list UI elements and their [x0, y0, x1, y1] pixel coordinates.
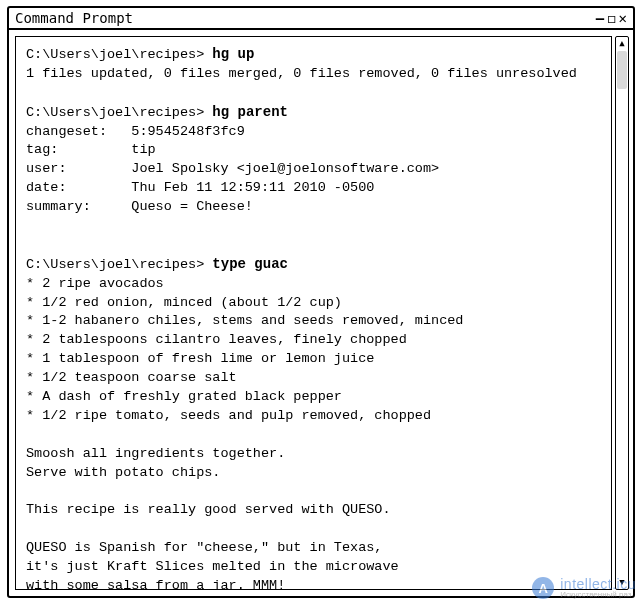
output-line: * 2 tablespoons cilantro leaves, finely …	[26, 331, 601, 350]
close-button[interactable]: ✕	[619, 10, 627, 26]
command-text: type guac	[212, 256, 288, 272]
output-line: Smoosh all ingredients together.	[26, 445, 601, 464]
window-title: Command Prompt	[15, 10, 596, 26]
output-line: * 1/2 ripe tomato, seeds and pulp remove…	[26, 407, 601, 426]
output-line	[26, 426, 601, 445]
scroll-up-icon[interactable]: ▲	[619, 39, 624, 48]
watermark-badge-icon: A	[532, 577, 554, 599]
command-text: hg up	[212, 46, 254, 62]
output-line: * 2 ripe avocados	[26, 275, 601, 294]
blank-line	[26, 84, 601, 103]
output-line: with some salsa from a jar. MMM!	[26, 577, 601, 590]
terminal-output[interactable]: C:\Users\joel\recipes> hg up1 files upda…	[15, 36, 612, 590]
output-line: changeset: 5:9545248f3fc9	[26, 123, 601, 142]
output-line: * 1-2 habanero chiles, stems and seeds r…	[26, 312, 601, 331]
output-line: user: Joel Spolsky <joel@joelonsoftware.…	[26, 160, 601, 179]
output-line: * 1/2 teaspoon coarse salt	[26, 369, 601, 388]
watermark-main: intellect.icu	[560, 577, 636, 591]
prompt-path: C:\Users\joel\recipes>	[26, 257, 212, 272]
watermark-sub: Искусственный раз	[560, 591, 636, 599]
minimize-button[interactable]: —	[596, 10, 604, 26]
output-line: Serve with potato chips.	[26, 464, 601, 483]
prompt-path: C:\Users\joel\recipes>	[26, 105, 212, 120]
command-text: hg parent	[212, 104, 288, 120]
scrollbar-thumb[interactable]	[617, 51, 627, 89]
prompt-line: C:\Users\joel\recipes> hg up	[26, 45, 601, 65]
output-line: * 1/2 red onion, minced (about 1/2 cup)	[26, 294, 601, 313]
window-controls: — ◻ ✕	[596, 10, 627, 26]
command-prompt-window: Command Prompt — ◻ ✕ C:\Users\joel\recip…	[7, 6, 635, 598]
prompt-line: C:\Users\joel\recipes> type guac	[26, 255, 601, 275]
output-line: This recipe is really good served with Q…	[26, 501, 601, 520]
prompt-line: C:\Users\joel\recipes> hg parent	[26, 103, 601, 123]
titlebar: Command Prompt — ◻ ✕	[9, 8, 633, 30]
output-line: * 1 tablespoon of fresh lime or lemon ju…	[26, 350, 601, 369]
output-line: 1 files updated, 0 files merged, 0 files…	[26, 65, 601, 84]
output-line	[26, 482, 601, 501]
output-line: QUESO is Spanish for "cheese," but in Te…	[26, 539, 601, 558]
prompt-path: C:\Users\joel\recipes>	[26, 47, 212, 62]
output-line: tag: tip	[26, 141, 601, 160]
restore-button[interactable]: ◻	[607, 10, 615, 26]
blank-line	[26, 217, 601, 236]
output-line: date: Thu Feb 11 12:59:11 2010 -0500	[26, 179, 601, 198]
scrollbar[interactable]: ▲ ▼	[615, 36, 629, 590]
output-line: * A dash of freshly grated black pepper	[26, 388, 601, 407]
output-line	[26, 520, 601, 539]
watermark-text: intellect.icu Искусственный раз	[560, 577, 636, 599]
output-line: it's just Kraft Slices melted in the mic…	[26, 558, 601, 577]
watermark: A intellect.icu Искусственный раз	[532, 577, 636, 599]
blank-line	[26, 236, 601, 255]
client-area: C:\Users\joel\recipes> hg up1 files upda…	[9, 30, 633, 596]
output-line: summary: Queso = Cheese!	[26, 198, 601, 217]
